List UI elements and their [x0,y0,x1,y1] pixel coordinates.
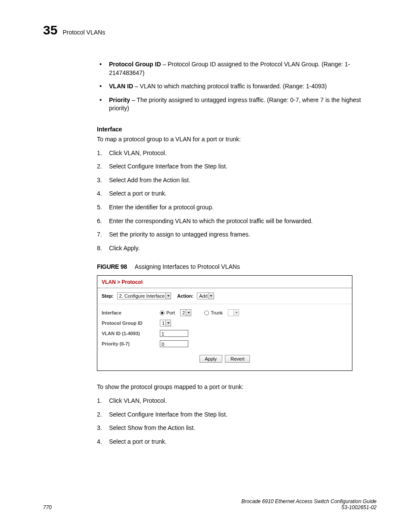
list-item: 2.Select Configure Interface from the St… [97,411,377,419]
page-footer: 770 Brocade 6910 Ethernet Access Switch … [43,498,377,510]
interface-label: Interface [102,310,160,315]
figure-number: FIGURE 98 [97,263,127,270]
interface-heading: Interface [97,126,377,133]
priority-row: Priority (0-7) 0 [102,340,348,347]
step-label: Step: [102,293,114,299]
list-item: 1.Click VLAN, Protocol. [97,397,377,405]
chapter-title: Protocol VLANs [62,29,105,36]
list-item: Priority – The priority assigned to unta… [97,96,377,113]
list-item: 7.Set the priority to assign to untagged… [97,230,377,239]
toolbar: Step: 2. Configure Interface Action: Add [97,288,352,304]
term: Protocol Group ID [109,61,161,68]
doc-title: Brocade 6910 Ethernet Access Switch Conf… [241,498,377,504]
port-radio-group[interactable]: Port [160,310,175,315]
chevron-down-icon [209,293,214,299]
interface-row: Interface Port 2 Trunk [102,309,348,316]
page-number: 770 [43,504,52,510]
pgid-row: Protocol Group ID 1 [102,320,348,327]
apply-button[interactable]: Apply [199,355,223,363]
trunk-radio-group[interactable]: Trunk [204,310,223,315]
doc-number: 53-1002651-02 [241,504,377,510]
list-item: Protocol Group ID – Protocol Group ID as… [97,60,377,77]
trunk-label: Trunk [211,310,223,315]
list-item: VLAN ID – VLAN to which matching protoco… [97,82,377,91]
pgid-label: Protocol Group ID [102,320,160,326]
trunk-select[interactable] [228,309,239,316]
steps-list-map: 1.Click VLAN, Protocol. 2.Select Configu… [97,149,377,253]
port-label: Port [166,310,175,315]
list-item: 3.Select Add from the Action list. [97,176,377,185]
list-item: 4.Select a port or trunk. [97,438,377,446]
priority-input[interactable]: 0 [160,340,188,347]
radio-icon [204,311,209,315]
button-row: Apply Revert [102,355,348,363]
desc: – VLAN to which matching protocol traffi… [133,83,327,90]
radio-icon [160,311,165,315]
list-item: 2.Select Configure Interface from the St… [97,162,377,171]
chevron-down-icon [165,320,171,326]
interface-intro: To map a protocol group to a VLAN for a … [97,135,377,144]
steps-list-show: 1.Click VLAN, Protocol. 2.Select Configu… [97,397,377,446]
list-item: 1.Click VLAN, Protocol. [97,149,377,158]
vlan-row: VLAN ID (1-4093) 1 [102,330,348,337]
figure-title: Assigning Interfaces to Protocol VLANs [135,263,240,270]
parameter-bullet-list: Protocol Group ID – Protocol Group ID as… [97,60,377,113]
desc: – The priority assigned to untagged ingr… [109,96,361,112]
list-item: 3.Select Show from the Action list. [97,424,377,432]
figure-caption: FIGURE 98 Assigning Interfaces to Protoc… [97,263,377,270]
list-item: 6.Enter the corresponding VLAN to which … [97,217,377,226]
form-body: Interface Port 2 Trunk [97,304,352,370]
vlan-label: VLAN ID (1-4093) [102,331,160,336]
chevron-down-icon [234,310,239,316]
list-item: 4.Select a port or trunk. [97,190,377,198]
chapter-number: 35 [43,24,57,37]
term: VLAN ID [109,83,133,90]
list-item: 5.Enter the identifier for a protocol gr… [97,203,377,212]
term: Priority [109,96,130,103]
chevron-down-icon [165,293,171,299]
port-select[interactable]: 2 [180,309,191,316]
list-item: 8.Click Apply. [97,244,377,253]
page-header: 35 Protocol VLANs [43,24,377,37]
vlan-input[interactable]: 1 [160,330,188,337]
priority-label: Priority (0-7) [102,341,160,346]
action-select[interactable]: Add [197,292,214,299]
revert-button[interactable]: Revert [225,355,250,363]
pgid-select[interactable]: 1 [160,320,171,327]
figure-screenshot: VLAN > Protocol Step: 2. Configure Inter… [97,275,352,371]
action-label: Action: [177,293,193,299]
chevron-down-icon [186,310,191,316]
show-intro: To show the protocol groups mapped to a … [97,383,377,392]
breadcrumb: VLAN > Protocol [97,276,352,288]
step-select[interactable]: 2. Configure Interface [117,292,171,299]
